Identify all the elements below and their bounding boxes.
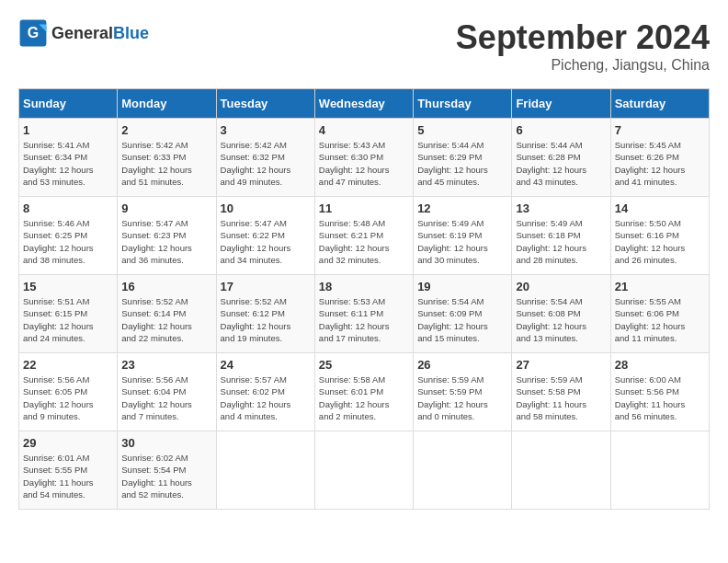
cell-content: Sunrise: 5:54 AM Sunset: 6:09 PM Dayligh…	[417, 295, 507, 344]
cell-content: Sunrise: 5:45 AM Sunset: 6:26 PM Dayligh…	[615, 139, 705, 188]
calendar-cell: 20Sunrise: 5:54 AM Sunset: 6:08 PM Dayli…	[512, 275, 610, 353]
day-number: 9	[121, 201, 211, 215]
header-saturday: Saturday	[610, 89, 709, 119]
day-number: 27	[516, 358, 606, 372]
calendar-cell	[512, 431, 610, 510]
day-number: 17	[221, 280, 311, 293]
calendar-table: SundayMondayTuesdayWednesdayThursdayFrid…	[18, 88, 710, 510]
day-number: 25	[319, 358, 409, 372]
day-number: 11	[319, 201, 409, 215]
header-wednesday: Wednesday	[314, 89, 413, 119]
day-number: 19	[417, 280, 507, 293]
calendar-week-row: 29Sunrise: 6:01 AM Sunset: 5:55 PM Dayli…	[19, 431, 710, 510]
cell-content: Sunrise: 5:54 AM Sunset: 6:08 PM Dayligh…	[516, 295, 606, 344]
day-number: 24	[221, 358, 311, 372]
cell-content: Sunrise: 5:56 AM Sunset: 6:04 PM Dayligh…	[121, 373, 211, 422]
cell-content: Sunrise: 5:41 AM Sunset: 6:34 PM Dayligh…	[23, 139, 113, 188]
calendar-cell: 13Sunrise: 5:49 AM Sunset: 6:18 PM Dayli…	[512, 197, 610, 275]
day-number: 13	[516, 201, 606, 215]
day-number: 30	[121, 436, 211, 450]
calendar-cell: 22Sunrise: 5:56 AM Sunset: 6:05 PM Dayli…	[19, 353, 118, 431]
calendar-cell: 25Sunrise: 5:58 AM Sunset: 6:01 PM Dayli…	[314, 353, 413, 431]
cell-content: Sunrise: 5:49 AM Sunset: 6:18 PM Dayligh…	[516, 217, 606, 266]
day-number: 26	[417, 358, 507, 372]
svg-text:G: G	[28, 25, 39, 40]
calendar-cell: 15Sunrise: 5:51 AM Sunset: 6:15 PM Dayli…	[19, 275, 118, 353]
cell-content: Sunrise: 5:52 AM Sunset: 6:12 PM Dayligh…	[221, 295, 311, 344]
calendar-cell: 3Sunrise: 5:42 AM Sunset: 6:32 PM Daylig…	[216, 119, 314, 197]
day-number: 16	[121, 280, 211, 293]
logo-text: GeneralBlue	[51, 24, 149, 42]
cell-content: Sunrise: 5:48 AM Sunset: 6:21 PM Dayligh…	[319, 217, 409, 266]
calendar-cell: 18Sunrise: 5:53 AM Sunset: 6:11 PM Dayli…	[314, 275, 413, 353]
calendar-week-row: 15Sunrise: 5:51 AM Sunset: 6:15 PM Dayli…	[19, 275, 710, 353]
calendar-cell: 24Sunrise: 5:57 AM Sunset: 6:02 PM Dayli…	[216, 353, 314, 431]
calendar-week-row: 22Sunrise: 5:56 AM Sunset: 6:05 PM Dayli…	[19, 353, 710, 431]
cell-content: Sunrise: 5:52 AM Sunset: 6:14 PM Dayligh…	[121, 295, 211, 344]
calendar-cell: 17Sunrise: 5:52 AM Sunset: 6:12 PM Dayli…	[216, 275, 314, 353]
day-number: 29	[23, 436, 113, 450]
cell-content: Sunrise: 5:43 AM Sunset: 6:30 PM Dayligh…	[319, 139, 409, 188]
header-sunday: Sunday	[19, 89, 118, 119]
cell-content: Sunrise: 5:42 AM Sunset: 6:33 PM Dayligh…	[121, 139, 211, 188]
cell-content: Sunrise: 5:44 AM Sunset: 6:28 PM Dayligh…	[516, 139, 606, 188]
cell-content: Sunrise: 5:58 AM Sunset: 6:01 PM Dayligh…	[319, 373, 409, 422]
day-number: 1	[23, 123, 113, 137]
cell-content: Sunrise: 5:56 AM Sunset: 6:05 PM Dayligh…	[23, 373, 113, 422]
calendar-cell: 30Sunrise: 6:02 AM Sunset: 5:54 PM Dayli…	[118, 431, 216, 510]
cell-content: Sunrise: 5:50 AM Sunset: 6:16 PM Dayligh…	[615, 217, 705, 266]
day-number: 22	[23, 358, 113, 372]
day-number: 18	[319, 280, 409, 293]
header-tuesday: Tuesday	[216, 89, 314, 119]
calendar-cell	[610, 431, 709, 510]
header-friday: Friday	[512, 89, 610, 119]
logo: G GeneralBlue	[18, 18, 149, 48]
day-number: 21	[615, 280, 705, 293]
calendar-cell: 5Sunrise: 5:44 AM Sunset: 6:29 PM Daylig…	[414, 119, 512, 197]
cell-content: Sunrise: 6:01 AM Sunset: 5:55 PM Dayligh…	[23, 452, 113, 500]
day-number: 10	[221, 201, 311, 215]
calendar-cell: 23Sunrise: 5:56 AM Sunset: 6:04 PM Dayli…	[118, 353, 216, 431]
calendar-cell: 11Sunrise: 5:48 AM Sunset: 6:21 PM Dayli…	[314, 197, 413, 275]
page-header: G GeneralBlue September 2024 Picheng, Ji…	[18, 18, 710, 74]
calendar-cell: 14Sunrise: 5:50 AM Sunset: 6:16 PM Dayli…	[610, 197, 709, 275]
calendar-cell: 29Sunrise: 6:01 AM Sunset: 5:55 PM Dayli…	[19, 431, 118, 510]
calendar-header-row: SundayMondayTuesdayWednesdayThursdayFrid…	[19, 89, 710, 119]
day-number: 8	[23, 201, 113, 215]
location: Picheng, Jiangsu, China	[456, 57, 710, 74]
logo-icon: G	[18, 18, 48, 48]
cell-content: Sunrise: 5:51 AM Sunset: 6:15 PM Dayligh…	[23, 295, 113, 344]
day-number: 15	[23, 280, 113, 293]
day-number: 4	[319, 123, 409, 137]
cell-content: Sunrise: 5:49 AM Sunset: 6:19 PM Dayligh…	[417, 217, 507, 266]
cell-content: Sunrise: 5:59 AM Sunset: 5:58 PM Dayligh…	[516, 373, 606, 422]
day-number: 14	[615, 201, 705, 215]
cell-content: Sunrise: 5:59 AM Sunset: 5:59 PM Dayligh…	[417, 373, 507, 422]
cell-content: Sunrise: 5:44 AM Sunset: 6:29 PM Dayligh…	[417, 139, 507, 188]
calendar-cell: 2Sunrise: 5:42 AM Sunset: 6:33 PM Daylig…	[118, 119, 216, 197]
calendar-cell: 9Sunrise: 5:47 AM Sunset: 6:23 PM Daylig…	[118, 197, 216, 275]
calendar-cell: 10Sunrise: 5:47 AM Sunset: 6:22 PM Dayli…	[216, 197, 314, 275]
calendar-cell: 7Sunrise: 5:45 AM Sunset: 6:26 PM Daylig…	[610, 119, 709, 197]
calendar-cell: 16Sunrise: 5:52 AM Sunset: 6:14 PM Dayli…	[118, 275, 216, 353]
day-number: 6	[516, 123, 606, 137]
calendar-cell: 4Sunrise: 5:43 AM Sunset: 6:30 PM Daylig…	[314, 119, 413, 197]
calendar-week-row: 8Sunrise: 5:46 AM Sunset: 6:25 PM Daylig…	[19, 197, 710, 275]
header-thursday: Thursday	[414, 89, 512, 119]
calendar-cell: 1Sunrise: 5:41 AM Sunset: 6:34 PM Daylig…	[19, 119, 118, 197]
calendar-cell: 27Sunrise: 5:59 AM Sunset: 5:58 PM Dayli…	[512, 353, 610, 431]
day-number: 23	[121, 358, 211, 372]
header-monday: Monday	[118, 89, 216, 119]
cell-content: Sunrise: 5:46 AM Sunset: 6:25 PM Dayligh…	[23, 217, 113, 266]
title-block: September 2024 Picheng, Jiangsu, China	[456, 18, 710, 74]
calendar-cell: 28Sunrise: 6:00 AM Sunset: 5:56 PM Dayli…	[610, 353, 709, 431]
cell-content: Sunrise: 5:47 AM Sunset: 6:22 PM Dayligh…	[221, 217, 311, 266]
calendar-cell: 8Sunrise: 5:46 AM Sunset: 6:25 PM Daylig…	[19, 197, 118, 275]
day-number: 20	[516, 280, 606, 293]
cell-content: Sunrise: 5:57 AM Sunset: 6:02 PM Dayligh…	[221, 373, 311, 422]
day-number: 7	[615, 123, 705, 137]
calendar-cell	[216, 431, 314, 510]
calendar-cell: 12Sunrise: 5:49 AM Sunset: 6:19 PM Dayli…	[414, 197, 512, 275]
calendar-cell: 19Sunrise: 5:54 AM Sunset: 6:09 PM Dayli…	[414, 275, 512, 353]
cell-content: Sunrise: 5:53 AM Sunset: 6:11 PM Dayligh…	[319, 295, 409, 344]
